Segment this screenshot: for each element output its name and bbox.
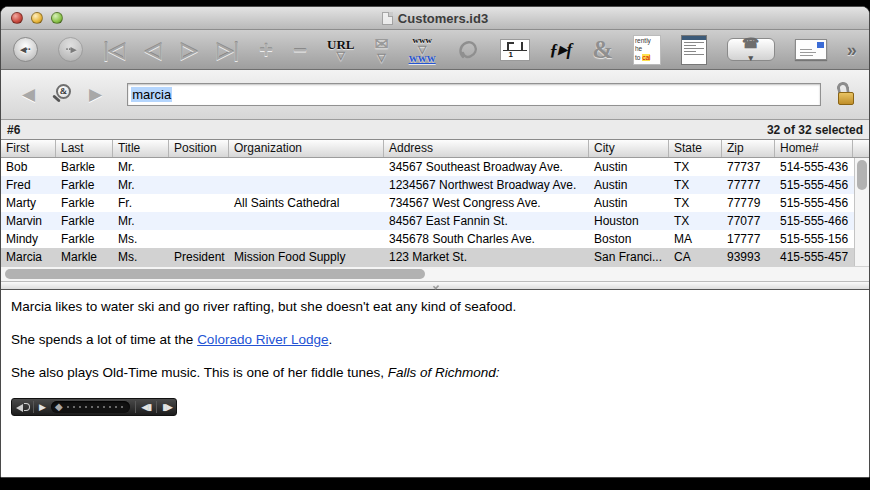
- clipping-button[interactable]: rently he to cal im of secon: [633, 35, 661, 65]
- cell: 515-555-456: [775, 194, 853, 212]
- previous-record-button[interactable]: ◁: [145, 39, 161, 60]
- function-button[interactable]: ƒ▸f: [550, 41, 573, 58]
- column-header-zip[interactable]: Zip: [722, 140, 775, 157]
- remove-record-button[interactable]: −: [293, 38, 307, 62]
- add-record-button[interactable]: +: [259, 38, 273, 62]
- cell: 84567 East Fannin St.: [384, 212, 589, 230]
- www-menu-button[interactable]: www ▽ WWW: [409, 36, 436, 64]
- playback-scrubber[interactable]: ◆: [51, 401, 130, 413]
- cell: Fr.: [113, 194, 169, 212]
- table-row[interactable]: FredFarkleMr.1234567 Northwest Broadway …: [1, 176, 854, 194]
- www-link-label: WWW: [409, 55, 436, 64]
- column-header-address[interactable]: Address: [384, 140, 589, 157]
- history-forward-button[interactable]: ··▸: [58, 37, 83, 62]
- next-record-button[interactable]: ▷: [181, 39, 197, 60]
- cell: [229, 158, 384, 176]
- magnifier-icon: &: [60, 86, 68, 96]
- horizontal-scroll-thumb[interactable]: [5, 269, 425, 279]
- column-header-position[interactable]: Position: [169, 140, 229, 157]
- cell: Mr.: [113, 212, 169, 230]
- table-horizontal-scrollbar[interactable]: [1, 266, 869, 281]
- scrubber-thumb[interactable]: ◆: [55, 402, 63, 412]
- vertical-scroll-thumb[interactable]: [857, 160, 867, 190]
- notes-paragraph-3: She also plays Old-Time music. This is o…: [11, 365, 859, 382]
- window-title: Customers.id3: [398, 11, 488, 26]
- paperclip-icon: [456, 37, 480, 63]
- last-record-button[interactable]: ▷|: [217, 39, 239, 60]
- url-menu-button[interactable]: URL ▽: [327, 38, 354, 61]
- window-list-button[interactable]: [681, 35, 707, 65]
- column-header-last[interactable]: Last: [56, 140, 113, 157]
- minimize-button[interactable]: [31, 12, 43, 24]
- cell: 93993: [722, 248, 775, 266]
- close-button[interactable]: [11, 12, 23, 24]
- cell: TX: [669, 176, 722, 194]
- cell: Barkle: [56, 158, 113, 176]
- unlocked-padlock-icon[interactable]: [835, 82, 857, 108]
- tabs-ruler-button[interactable]: 1: [500, 39, 530, 61]
- table-row[interactable]: MarvinFarkleMr.84567 East Fannin St.Hous…: [1, 212, 854, 230]
- search-input[interactable]: marcia: [127, 83, 821, 106]
- pane-splitter[interactable]: [1, 281, 869, 290]
- zoom-button[interactable]: [51, 12, 63, 24]
- address-label-icon: [795, 39, 827, 60]
- title-bar[interactable]: Customers.id3: [1, 7, 869, 30]
- play-button[interactable]: ▶: [39, 402, 46, 412]
- audio-player[interactable]: ▶ ◆ ◀▮ ▮▶: [11, 398, 177, 416]
- table-vertical-scrollbar[interactable]: [854, 158, 869, 266]
- add-record-icon: +: [259, 38, 273, 62]
- traffic-lights: [11, 12, 63, 24]
- cell: 77077: [722, 212, 775, 230]
- search-next-button[interactable]: ▶: [89, 84, 102, 105]
- notes-pane[interactable]: Marcia likes to water ski and go river r…: [1, 290, 869, 477]
- splitter-handle-icon: [433, 283, 439, 289]
- column-header-city[interactable]: City: [589, 140, 669, 157]
- cell: Farkle: [56, 212, 113, 230]
- first-record-button[interactable]: |◁: [103, 39, 125, 60]
- cell: Mindy: [1, 230, 56, 248]
- column-header-state[interactable]: State: [669, 140, 722, 157]
- song-title: Falls of Richmond:: [388, 365, 500, 380]
- notes-paragraph-1: Marcia likes to water ski and go river r…: [11, 299, 859, 316]
- cell: MA: [669, 230, 722, 248]
- cell: Austin: [589, 194, 669, 212]
- link-button[interactable]: [456, 37, 480, 63]
- speaker-icon[interactable]: [16, 402, 28, 412]
- mail-dropdown-icon: ▽: [377, 52, 385, 63]
- notes-paragraph-2: She spends a lot of time at the Colorado…: [11, 332, 859, 349]
- search-input-value: marcia: [131, 87, 172, 102]
- cell: [169, 194, 229, 212]
- cell: Austin: [589, 158, 669, 176]
- toolbar: ◂·· ··▸ |◁ ◁ ▷ ▷| + − URL ▽ ✉ ▽ www ▽ WW…: [1, 30, 869, 70]
- function-icon: ƒ▸f: [550, 41, 573, 58]
- table-row[interactable]: BobBarkleMr.34567 Southeast Broadway Ave…: [1, 158, 854, 176]
- cell: TX: [669, 158, 722, 176]
- cell: 34567 Southeast Broadway Ave.: [384, 158, 589, 176]
- history-back-button[interactable]: ◂··: [13, 37, 38, 62]
- table-row[interactable]: MindyFarkleMs.345678 South Charles Ave.B…: [1, 230, 854, 248]
- table-row[interactable]: MarciaMarkleMs.PresidentMission Food Sup…: [1, 248, 854, 266]
- colorado-river-lodge-link[interactable]: Colorado River Lodge: [197, 332, 328, 347]
- table-row[interactable]: MartyFarkleFr.All Saints Cathedral734567…: [1, 194, 854, 212]
- cell: 17777: [722, 230, 775, 248]
- step-back-button[interactable]: ◀▮: [141, 402, 151, 412]
- step-forward-button[interactable]: ▮▶: [162, 402, 172, 412]
- column-header-first[interactable]: First: [1, 140, 56, 157]
- cell: [229, 230, 384, 248]
- column-header-title[interactable]: Title: [113, 140, 169, 157]
- search-options-button[interactable]: &: [50, 83, 74, 107]
- column-header-organization[interactable]: Organization: [229, 140, 384, 157]
- cell: TX: [669, 194, 722, 212]
- import-mail-button[interactable]: ✉ ▽: [374, 36, 388, 63]
- column-header-home[interactable]: Home#: [775, 140, 853, 157]
- phone-menu-button[interactable]: ☎ ▾: [727, 38, 775, 61]
- toolbar-overflow-button[interactable]: »: [847, 41, 857, 59]
- selection-count: 32 of 32 selected: [767, 123, 863, 137]
- cell: 77779: [722, 194, 775, 212]
- mail-label-button[interactable]: [795, 39, 827, 60]
- cell: [169, 230, 229, 248]
- cell: [229, 176, 384, 194]
- ampersand-button[interactable]: &: [592, 37, 613, 62]
- search-previous-button[interactable]: ◀: [22, 84, 35, 105]
- document-icon: [382, 12, 393, 25]
